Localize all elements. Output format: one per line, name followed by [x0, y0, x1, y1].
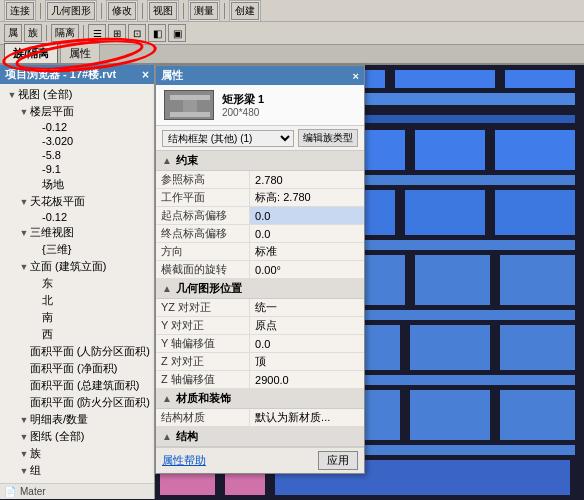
tree-item-schedules[interactable]: ▼明细表/数量: [0, 411, 154, 428]
tree-item-fp-5.8[interactable]: -5.8: [0, 148, 154, 162]
element-name: 矩形梁 1: [222, 92, 264, 107]
properties-footer: 属性帮助 应用: [156, 447, 364, 473]
tree-item-floor-plan[interactable]: ▼楼层平面: [0, 103, 154, 120]
tab-family-isolate[interactable]: 族/隔离: [4, 43, 58, 63]
separator-2: [101, 3, 102, 19]
tree-expand-icon-floor-plan[interactable]: ▼: [18, 107, 30, 117]
toolbar-btn-geometry[interactable]: 几何图形: [47, 2, 95, 20]
toolbar-btn-family[interactable]: 族: [24, 24, 42, 42]
element-preview-image: [164, 90, 214, 120]
tree-item-families[interactable]: ▼族: [0, 445, 154, 462]
separator-3: [142, 3, 143, 19]
value-y-offset: 0.0: [250, 335, 364, 353]
tree-expand-icon-ceiling-plan[interactable]: ▼: [18, 197, 30, 207]
material-expand-icon[interactable]: ▲: [162, 393, 172, 404]
section-header-constraints: ▲ 约束: [156, 151, 364, 171]
tree-item-3d-views[interactable]: ▼三维视图: [0, 224, 154, 241]
toolbar-section-connect: 连接: [4, 0, 36, 22]
footer-text: Mater: [20, 486, 46, 497]
tree-expand-icon-groups[interactable]: ▼: [18, 466, 30, 476]
toolbar-section-geometry: 几何图形: [45, 0, 97, 22]
label-direction: 方向: [156, 243, 250, 261]
separator-1: [40, 3, 41, 19]
tree-label-groups: 组: [30, 463, 41, 478]
toolbar-row-1: 连接 几何图形 修改 视图 测量 创建: [0, 0, 584, 22]
tree-item-elevations[interactable]: ▼立面 (建筑立面): [0, 258, 154, 275]
tree-label-schedules: 明细表/数量: [30, 412, 88, 427]
toolbar-btn-extra5[interactable]: ▣: [168, 24, 186, 42]
toolbar-btn-extra3[interactable]: ⊡: [128, 24, 146, 42]
label-ref-level: 参照标高: [156, 171, 250, 189]
tree-item-fp-0.12[interactable]: -0.12: [0, 120, 154, 134]
toolbar-btn-isolate[interactable]: 隔离: [51, 24, 79, 42]
toolbar-section-measure: 测量: [188, 0, 220, 22]
tree-expand-icon-3d-views[interactable]: ▼: [18, 228, 30, 238]
svg-rect-19: [405, 190, 485, 235]
project-browser-close[interactable]: ×: [142, 69, 149, 81]
project-browser-panel: 项目浏览器 - 17#楼.rvt × ▼视图 (全部)▼楼层平面-0.12-3.…: [0, 65, 155, 499]
properties-help-link[interactable]: 属性帮助: [162, 453, 206, 468]
tree-item-views-all[interactable]: ▼视图 (全部): [0, 86, 154, 103]
value-end-offset[interactable]: [250, 225, 364, 243]
tree-item-area-net[interactable]: 面积平面 (净面积): [0, 360, 154, 377]
toolbar-btn-extra2[interactable]: ⊞: [108, 24, 126, 42]
toolbar-row-2: 属 族 隔离 ☰ ⊞ ⊡ ◧ ▣: [0, 22, 584, 44]
tree-label-area-total: 面积平面 (总建筑面积): [30, 378, 139, 393]
tree-item-sheets[interactable]: ▼图纸 (全部): [0, 428, 154, 445]
properties-apply-button[interactable]: 应用: [318, 451, 358, 470]
value-rotation: 0.00°: [250, 261, 364, 279]
value-start-offset[interactable]: [250, 207, 364, 225]
tree-expand-icon-views-all[interactable]: ▼: [6, 90, 18, 100]
tree-item-fp-9.1[interactable]: -9.1: [0, 162, 154, 176]
value-struct-material: 默认为新材质...: [250, 409, 364, 427]
geometry-expand-icon[interactable]: ▲: [162, 283, 172, 294]
label-work-plane: 工作平面: [156, 189, 250, 207]
input-start-offset[interactable]: [255, 210, 359, 222]
tree-item-fp-site[interactable]: 场地: [0, 176, 154, 193]
svg-rect-5: [505, 70, 575, 88]
tree-label-3d-views: 三维视图: [30, 225, 74, 240]
constraints-expand-icon[interactable]: ▲: [162, 155, 172, 166]
tree-label-area-fire: 面积平面 (防火分区面积): [30, 395, 150, 410]
tree-item-elev-west[interactable]: 西: [0, 326, 154, 343]
row-end-offset: 终点标高偏移: [156, 225, 364, 243]
tree-expand-icon-schedules[interactable]: ▼: [18, 415, 30, 425]
value-direction: 标准: [250, 243, 364, 261]
tree-label-fp-9.1: -9.1: [42, 163, 61, 175]
tree-item-groups[interactable]: ▼组: [0, 462, 154, 479]
toolbar-btn-create[interactable]: 创建: [231, 2, 259, 20]
edit-family-type-button[interactable]: 编辑族类型: [298, 129, 358, 147]
tree-label-area-net: 面积平面 (净面积): [30, 361, 117, 376]
separator-7: [83, 25, 84, 41]
tree-item-elev-north[interactable]: 北: [0, 292, 154, 309]
value-yz-align: 统一: [250, 299, 364, 317]
structure-expand-icon[interactable]: ▲: [162, 431, 172, 442]
toolbar-btn-extra4[interactable]: ◧: [148, 24, 166, 42]
input-end-offset[interactable]: [255, 228, 359, 240]
toolbar-btn-extra1[interactable]: ☰: [88, 24, 106, 42]
section-header-geometry: ▲ 几何图形位置: [156, 279, 364, 299]
tree-item-area-total[interactable]: 面积平面 (总建筑面积): [0, 377, 154, 394]
toolbar-btn-measure[interactable]: 测量: [190, 2, 218, 20]
tree-expand-icon-sheets[interactable]: ▼: [18, 432, 30, 442]
tab-properties[interactable]: 属性: [60, 43, 100, 63]
tree-item-elev-south[interactable]: 南: [0, 309, 154, 326]
tree-item-area-civil[interactable]: 面积平面 (人防分区面积): [0, 343, 154, 360]
properties-close[interactable]: ×: [353, 70, 359, 82]
tree-item-3d-default[interactable]: {三维}: [0, 241, 154, 258]
tree-expand-icon-families[interactable]: ▼: [18, 449, 30, 459]
toolbar-btn-attr[interactable]: 属: [4, 24, 22, 42]
svg-rect-41: [500, 390, 575, 440]
toolbar-section-view: 视图: [147, 0, 179, 22]
tree-item-cp-0.12[interactable]: -0.12: [0, 210, 154, 224]
tree-expand-icon-elevations[interactable]: ▼: [18, 262, 30, 272]
type-selector-dropdown[interactable]: 结构框架 (其他) (1): [162, 130, 294, 147]
tree-item-ceiling-plan[interactable]: ▼天花板平面: [0, 193, 154, 210]
tree-item-fp-3.020[interactable]: -3.020: [0, 134, 154, 148]
tree-item-area-fire[interactable]: 面积平面 (防火分区面积): [0, 394, 154, 411]
toolbar-btn-view[interactable]: 视图: [149, 2, 177, 20]
tree-item-elev-east[interactable]: 东: [0, 275, 154, 292]
constraints-table: 参照标高 2.780 工作平面 标高: 2.780 起点标高偏移 终点标高偏移 …: [156, 171, 364, 279]
toolbar-btn-modify[interactable]: 修改: [108, 2, 136, 20]
toolbar-btn-connect[interactable]: 连接: [6, 2, 34, 20]
